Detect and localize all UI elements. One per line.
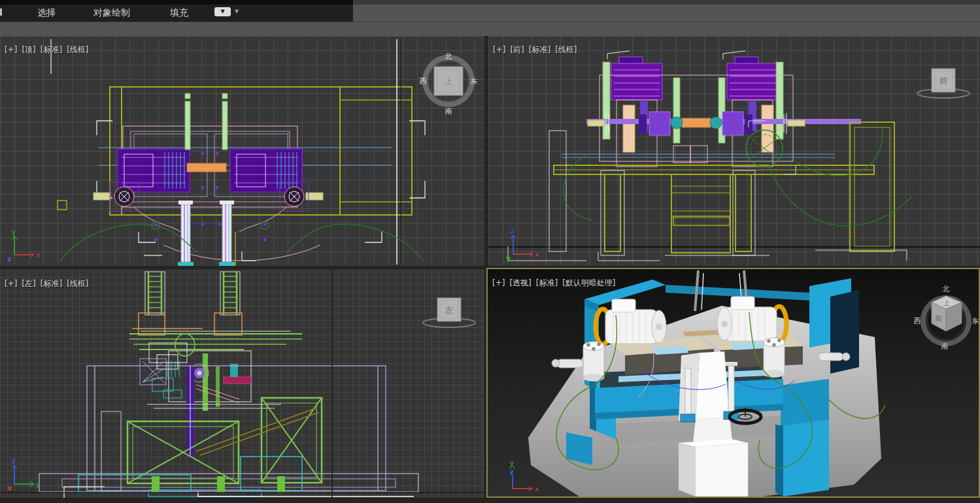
cross-braced-frames[interactable] (127, 398, 322, 483)
axis-origin-label: z (7, 255, 11, 263)
viewport-plus-menu[interactable]: [+] (5, 45, 17, 54)
viewport-plus-menu[interactable]: [+] (5, 279, 17, 288)
axis-tripod: y x z (5, 227, 42, 263)
guide-posts[interactable] (178, 201, 235, 266)
compass-north[interactable]: 北 (445, 52, 452, 61)
white-outlines (508, 121, 907, 261)
axis-origin-label: x (7, 484, 12, 492)
top-view-wireframe-scene (0, 36, 484, 266)
motor-left-top[interactable] (118, 149, 190, 192)
axis-origin-label: y (506, 254, 511, 262)
viewport-plus-menu[interactable]: [+] (493, 45, 505, 54)
menu-item-populate[interactable]: 填充 (170, 7, 188, 18)
titlebar-edge (0, 0, 353, 5)
viewcube[interactable]: 北 上 前 西 南 东 (909, 283, 980, 356)
viewcube-top-label[interactable]: 上 (943, 299, 950, 306)
axis-up-label: z (511, 227, 514, 235)
viewport-pov-menu[interactable]: [透视] (509, 278, 531, 287)
axis-up-label: y (510, 459, 514, 466)
viewport-pov-menu[interactable]: [顶] (22, 45, 35, 54)
viewport-label: [+][透视][标准][默认明暗处理] (492, 278, 620, 289)
viewport-shading-menu[interactable]: [线框] (67, 279, 88, 288)
viewport-standard-menu[interactable]: [标准] (536, 278, 558, 287)
axis-tripod: z x y (504, 227, 541, 262)
axis-up-label: y (12, 228, 16, 235)
motor-left-shaded[interactable] (596, 299, 666, 344)
orange-brackets (132, 313, 242, 335)
blue-rails (562, 154, 835, 157)
compass-west[interactable]: 西 (914, 317, 921, 325)
compass-west[interactable]: 西 (420, 77, 427, 86)
green-platform[interactable] (129, 334, 302, 349)
clipped-edge-glyph (0, 8, 2, 16)
viewcube-face-label[interactable]: 上 (445, 76, 453, 86)
viewcube[interactable]: 左 (419, 282, 479, 331)
viewport-standard-menu[interactable]: [标准] (41, 45, 62, 54)
compass-south[interactable]: 南 (941, 342, 949, 351)
viewport-shading-menu[interactable]: [线框] (67, 45, 88, 54)
compass-north[interactable]: 北 (942, 285, 950, 293)
axis-tripod: y z x (503, 459, 543, 496)
axis-up-label: z (12, 457, 15, 464)
front-view-wireframe-scene (488, 36, 980, 266)
center-shaft-bar[interactable] (187, 163, 226, 172)
compass-east[interactable]: 东 (471, 77, 478, 86)
viewport-pov-menu[interactable]: [左] (22, 279, 35, 288)
viewport-standard-menu[interactable]: [标准] (41, 279, 62, 288)
viewport-front-view[interactable]: [+][前][标准][线框] 前 z x y (488, 36, 980, 266)
chevron-down-icon[interactable]: ▼ (235, 9, 239, 14)
viewcube-face-label[interactable]: 左 (445, 305, 454, 315)
viewcube[interactable]: 前 (913, 54, 973, 103)
viewport-plus-menu[interactable]: [+] (492, 278, 505, 287)
top-bar: 选择 对象绘制 填充 ▼ ▼ (0, 0, 980, 22)
viewport-label: [+][前][标准][线框] (493, 44, 582, 56)
green-slats (185, 93, 228, 150)
axis-right-label: y (36, 481, 40, 488)
viewcube-face-label[interactable]: 前 (939, 76, 948, 86)
ribbon-empty-band (0, 22, 980, 36)
motor-right-top[interactable] (230, 149, 302, 192)
axis-right-label: x (535, 251, 539, 258)
axis-right-label: x (36, 252, 40, 259)
olive-diagonals (196, 408, 319, 455)
flyout-button[interactable]: ▼ (214, 7, 231, 16)
ladder-towers[interactable] (145, 272, 240, 315)
viewport-perspective-view[interactable]: [+][透视][标准][默认明暗处理] 北 上 前 西 南 东 y z x (486, 268, 980, 498)
viewport-label: [+][顶][标准][线框] (5, 44, 93, 56)
viewcube-front-label[interactable]: 前 (935, 314, 943, 323)
viewport-pov-menu[interactable]: [前] (510, 45, 524, 54)
output-box[interactable] (679, 439, 748, 496)
viewport-standard-menu[interactable]: [标准] (529, 45, 550, 54)
chevron-down-icon: ▼ (220, 8, 224, 14)
ribbon-tab-row: 选择 对象绘制 填充 ▼ ▼ (0, 0, 353, 22)
toolbar-strip (353, 0, 980, 5)
viewport-top-view[interactable]: [+][顶][标准][线框] 上 北 南 西 东 y x z (0, 36, 484, 266)
axis-right-label: x (535, 485, 539, 493)
compass-south[interactable]: 南 (445, 107, 452, 116)
menu-item-object-paint[interactable]: 对象绘制 (93, 7, 130, 18)
axis-mid-label: z (510, 468, 514, 476)
axis-tripod: z y x (5, 457, 42, 492)
viewport-left-view[interactable]: [+][左][标准][线框] 左 z y x (0, 270, 484, 498)
lavender-frame (39, 366, 418, 492)
left-view-wireframe-scene (0, 270, 484, 498)
viewcube[interactable]: 上 北 南 西 东 (416, 50, 481, 116)
3dsmax-workspace: { "top_bar": { "menu_items": [ {"label":… (0, 0, 980, 503)
viewport-label: [+][左][标准][线框] (5, 278, 93, 289)
cable-splines[interactable] (564, 125, 912, 226)
menu-item-select[interactable]: 选择 (37, 7, 56, 18)
viewport-shading-menu[interactable]: [线框] (555, 45, 577, 54)
perspective-shaded-scene (488, 269, 979, 496)
compass-east[interactable]: 东 (972, 317, 979, 325)
viewport-shading-menu[interactable]: [默认明暗处理] (562, 278, 615, 287)
